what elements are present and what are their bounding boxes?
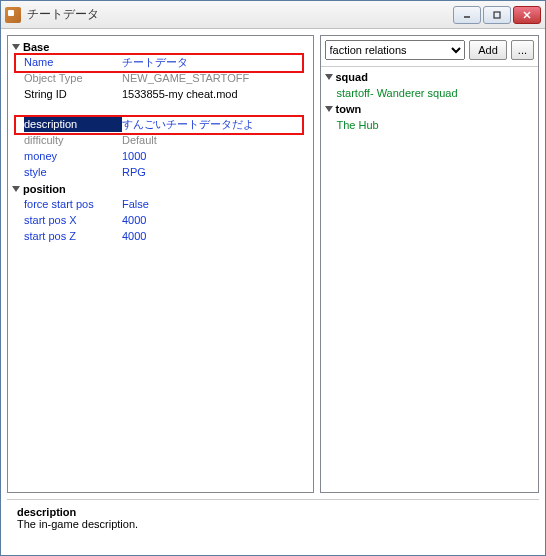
group-base: Base Name チートデータ Object Type NEW_GAME_ST… — [10, 40, 311, 102]
prop-description-label: description — [24, 116, 122, 132]
prop-description-value[interactable]: すんごいチートデータだよ — [122, 116, 309, 132]
prop-start-z-value[interactable]: 4000 — [122, 228, 309, 244]
prop-start-z-row[interactable]: start pos Z 4000 — [10, 228, 311, 244]
group-base-label: Base — [23, 41, 49, 53]
titlebar[interactable]: チートデータ — [1, 1, 545, 29]
collapse-icon — [12, 186, 20, 192]
prop-money-value[interactable]: 1000 — [122, 148, 309, 164]
prop-name-label: Name — [24, 54, 122, 70]
close-button[interactable] — [513, 6, 541, 24]
footer-text: The in-game description. — [17, 518, 529, 530]
prop-start-x-label: start pos X — [24, 212, 122, 228]
svg-rect-1 — [494, 12, 500, 18]
group-base-header[interactable]: Base — [10, 40, 311, 54]
minimize-icon — [462, 10, 472, 20]
prop-object-type-value: NEW_GAME_STARTOFF — [122, 70, 309, 86]
property-grid-body: Base Name チートデータ Object Type NEW_GAME_ST… — [8, 36, 313, 492]
prop-difficulty-value[interactable]: Default — [122, 132, 309, 148]
footer-name: description — [17, 506, 529, 518]
upper-panes: Base Name チートデータ Object Type NEW_GAME_ST… — [7, 35, 539, 493]
collapse-icon — [325, 106, 333, 112]
app-icon — [5, 7, 21, 23]
prop-description-row[interactable]: description すんごいチートデータだよ — [10, 116, 311, 132]
prop-money-row[interactable]: money 1000 — [10, 148, 311, 164]
relation-select[interactable]: faction relations — [325, 40, 466, 60]
prop-string-id-value: 1533855-my cheat.mod — [122, 86, 309, 102]
prop-force-start-value[interactable]: False — [122, 196, 309, 212]
window-controls — [453, 6, 541, 24]
window-title: チートデータ — [27, 6, 453, 23]
prop-money-label: money — [24, 148, 122, 164]
prop-object-type-label: Object Type — [24, 70, 122, 86]
tree-squad-item[interactable]: startoff- Wanderer squad — [323, 85, 537, 101]
add-button[interactable]: Add — [469, 40, 507, 60]
prop-force-start-row[interactable]: force start pos False — [10, 196, 311, 212]
maximize-button[interactable] — [483, 6, 511, 24]
tree-town-label: town — [336, 101, 362, 117]
group-misc: description すんごいチートデータだよ difficulty Defa… — [10, 116, 311, 180]
prop-start-x-value[interactable]: 4000 — [122, 212, 309, 228]
minimize-button[interactable] — [453, 6, 481, 24]
reference-tree: squad startoff- Wanderer squad town The … — [321, 67, 539, 492]
content-area: Base Name チートデータ Object Type NEW_GAME_ST… — [1, 29, 545, 555]
prop-string-id-row[interactable]: String ID 1533855-my cheat.mod — [10, 86, 311, 102]
tree-squad-label: squad — [336, 69, 368, 85]
tree-town-header[interactable]: town — [323, 101, 537, 117]
prop-object-type-row[interactable]: Object Type NEW_GAME_STARTOFF — [10, 70, 311, 86]
collapse-icon — [12, 44, 20, 50]
collapse-icon — [325, 74, 333, 80]
tree-squad-item-label: startoff- Wanderer squad — [337, 85, 458, 101]
prop-style-value[interactable]: RPG — [122, 164, 309, 180]
maximize-icon — [492, 10, 502, 20]
prop-start-x-row[interactable]: start pos X 4000 — [10, 212, 311, 228]
prop-style-label: style — [24, 164, 122, 180]
prop-force-start-label: force start pos — [24, 196, 122, 212]
reference-panel[interactable]: faction relations Add ... squad startoff… — [320, 35, 540, 493]
group-position: position force start pos False start pos… — [10, 182, 311, 244]
description-footer: description The in-game description. — [7, 499, 539, 549]
prop-string-id-label: String ID — [24, 86, 122, 102]
group-position-label: position — [23, 183, 66, 195]
tree-squad-header[interactable]: squad — [323, 69, 537, 85]
property-grid[interactable]: Base Name チートデータ Object Type NEW_GAME_ST… — [7, 35, 314, 493]
prop-name-value[interactable]: チートデータ — [122, 54, 309, 70]
tree-town-item[interactable]: The Hub — [323, 117, 537, 133]
tree-town-item-label: The Hub — [337, 117, 379, 133]
prop-name-row[interactable]: Name チートデータ — [10, 54, 311, 70]
app-window: チートデータ Base — [0, 0, 546, 556]
more-button[interactable]: ... — [511, 40, 534, 60]
prop-start-z-label: start pos Z — [24, 228, 122, 244]
close-icon — [522, 10, 532, 20]
group-position-header[interactable]: position — [10, 182, 311, 196]
prop-difficulty-row[interactable]: difficulty Default — [10, 132, 311, 148]
prop-style-row[interactable]: style RPG — [10, 164, 311, 180]
reference-toolbar: faction relations Add ... — [321, 36, 539, 66]
spacer — [10, 104, 311, 114]
prop-difficulty-label: difficulty — [24, 132, 122, 148]
